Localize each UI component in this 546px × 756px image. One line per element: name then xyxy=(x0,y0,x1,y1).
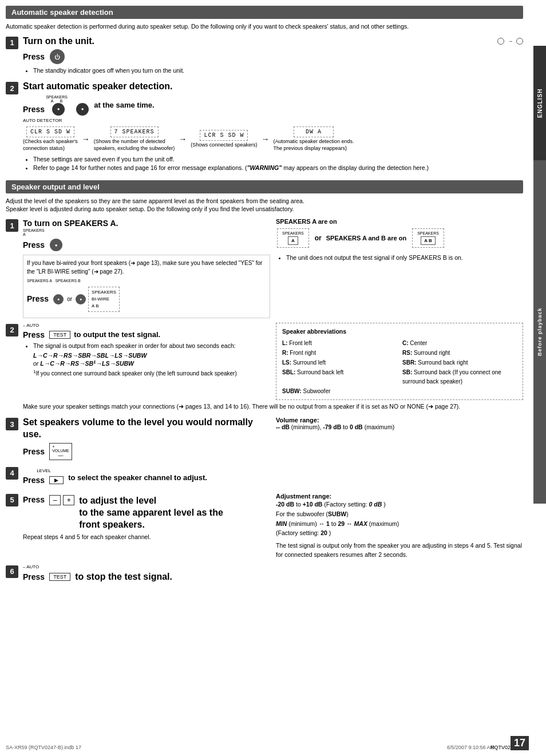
s2-step3-cols: Set speakers volume to the level you wou… xyxy=(23,417,523,462)
speakers-b-button[interactable]: ● xyxy=(76,103,89,116)
step1-press-row: Press ⏻ xyxy=(23,49,523,64)
s2-step4-title: to select the speaker channel to adjust. xyxy=(68,473,207,482)
step2-content: Start automatic speaker detection. SPEAK… xyxy=(23,81,523,175)
display-caption-2: (Shows the number of detectedspeakers, e… xyxy=(94,138,175,152)
speaker-sequence: L→C→R→RS→SBR→SBL→LS→SUBW or L→C→R→RS→SB1… xyxy=(23,352,270,367)
s2-step1-cols: To turn on SPEAKERS A. SPEAKERSA Press ●… xyxy=(23,218,523,318)
s2-step3-left: Set speakers volume to the level you wou… xyxy=(23,417,270,462)
section1-intro: Automatic speaker detection is performed… xyxy=(6,22,523,31)
s2-step2-cols: – AUTO Press TEST to output the test sig… xyxy=(23,323,523,400)
step1-row: 1 Turn on the unit. → Press ⏻ The sta xyxy=(6,35,523,77)
english-label: ENGLISH xyxy=(533,46,546,160)
speakers-a-group: SPEAKERSA B Press ● ● xyxy=(23,95,90,116)
s2-step2-right: Speaker abbreviations L: Front left C: C… xyxy=(276,323,523,400)
speakers-indicators-row: SPEAKERS A or SPEAKERS A and B are on SP… xyxy=(276,227,523,249)
step6-test-button[interactable]: TEST xyxy=(49,573,70,581)
display-box-2: 7 SPEAKERS xyxy=(110,126,159,137)
s2-step2-number: 2 xyxy=(6,324,18,337)
standby-indicator-row: → xyxy=(497,38,523,45)
bi-wire-btn-a[interactable]: ● xyxy=(53,294,64,304)
volume-minus-symbol: — xyxy=(58,453,63,458)
s2-step4-content: LEVEL Press ▶ to select the speaker chan… xyxy=(23,466,523,489)
footer-left: SA-XR59 (RQTV0247-B).indb 17 xyxy=(6,745,81,750)
step2-number: 2 xyxy=(6,82,18,94)
step2-title: Start automatic speaker detection. xyxy=(23,81,523,93)
bi-wire-note-box: If you have bi-wired your front speakers… xyxy=(23,255,270,318)
display-sequence: CLR S SD W (Checks each speaker'sconnect… xyxy=(23,126,523,152)
abbr-L: L: Front left xyxy=(282,339,397,348)
s2-step5-right: Adjustment range: -20 dB to +10 dB (Fact… xyxy=(276,493,523,560)
s2-step6-number: 6 xyxy=(6,565,18,578)
adj-range-note: The test signal is output only from the … xyxy=(276,541,523,560)
step1-bullets: The standby indicator goes off when you … xyxy=(23,66,523,75)
display-box-3: LCR S SD W xyxy=(200,130,248,141)
s2-step2-left: – AUTO Press TEST to output the test sig… xyxy=(23,323,270,400)
s2-step3-number: 3 xyxy=(6,418,18,430)
page-number: 17 xyxy=(511,736,529,750)
minus-button[interactable]: – xyxy=(49,495,61,505)
s2-step2-bullet1: The signal is output from each speaker i… xyxy=(33,342,270,350)
s2-step5-title-line2: to the same apparent level as the xyxy=(79,507,223,519)
step2-press-label: Press xyxy=(23,105,45,114)
volume-range-text: -- dB (minimum), -79 dB to 0 dB (maximum… xyxy=(276,423,523,430)
bi-wire-press-row: SPEAKERS A SPEAKERS B xyxy=(27,278,266,284)
step1-content: Turn on the unit. → Press ⏻ The standby … xyxy=(23,35,523,77)
bi-wire-label: SPEAKERSBI-WIREA B xyxy=(92,289,116,310)
s2-step1-title: To turn on SPEAKERS A. xyxy=(23,218,270,228)
s2-step1-number: 1 xyxy=(6,219,18,232)
step2-bullet1: These settings are saved even if you tur… xyxy=(33,155,523,164)
bi-wire-btn-b[interactable]: ● xyxy=(76,294,86,304)
speakers-a-on-title: SPEAKERS A are on xyxy=(276,218,523,225)
plus-button[interactable]: + xyxy=(63,495,74,505)
s2-step3-row: 3 Set speakers volume to the level you w… xyxy=(6,417,523,462)
s2-step1-press: Press ● xyxy=(23,239,270,251)
s2-step6-press-row: Press TEST to stop the test signal. xyxy=(23,572,523,582)
s2-step5-subtitle: Repeat steps 4 and 5 for each speaker ch… xyxy=(23,533,270,541)
s2-step4-row: 4 LEVEL Press ▶ to select the speaker ch… xyxy=(6,466,523,489)
arrow-2: → xyxy=(179,134,187,144)
test-auto-label: – AUTO xyxy=(23,323,270,328)
s2-step5-title-line3: front speakers. xyxy=(79,519,223,531)
s2-step5-press-row: Press – + to adjust the level to the sam… xyxy=(23,495,270,531)
display-item-1: CLR S SD W (Checks each speaker'sconnect… xyxy=(23,126,78,152)
auto-detector-label: AUTO DETECTOR xyxy=(23,118,523,123)
step1-bullet1: The standby indicator goes off when you … xyxy=(33,66,523,75)
s2-speakers-a-btn[interactable]: ● xyxy=(50,239,62,251)
step1-title: Turn on the unit. xyxy=(23,35,94,48)
display-caption-4: (Automatic speaker detection ends.The pr… xyxy=(273,138,354,152)
bi-wire-buttons-row: Press ● or ● SPEAKERSBI-WIREA B xyxy=(27,287,266,312)
surround-note: 1If you connect one surround back speake… xyxy=(23,369,270,377)
speakers-a-button[interactable]: ● xyxy=(52,103,65,116)
display-item-4: DW A (Automatic speaker detection ends.T… xyxy=(273,126,354,152)
display-box-1: CLR S SD W xyxy=(26,126,74,137)
abbr-title: Speaker abbreviations xyxy=(282,327,517,337)
s2-step6-title: to stop the test signal. xyxy=(75,572,172,582)
abbr-R: R: Front right xyxy=(282,349,397,358)
s2-step6-press-label: Press xyxy=(23,572,45,581)
step1-number: 1 xyxy=(6,37,18,49)
section-speaker-output: Speaker output and level Adjust the leve… xyxy=(6,180,540,584)
step2-bullets: These settings are saved even if you tur… xyxy=(23,155,523,172)
spk-a-box: A xyxy=(288,236,298,245)
s2-step1-right: SPEAKERS A are on SPEAKERS A or SPEAKERS… xyxy=(276,218,523,318)
level-button[interactable]: ▶ xyxy=(49,476,64,484)
spk-or-label: or xyxy=(315,234,322,242)
adj-range-details: -20 dB to +10 dB (Factory setting: 0 dB … xyxy=(276,500,523,538)
section2-header: Speaker output and level xyxy=(6,180,523,193)
volume-button[interactable]: +VOLUME — xyxy=(49,443,72,460)
abbr-SUBW: SUBW: Subwoofer xyxy=(282,387,397,396)
s2-step2-row: 2 – AUTO Press TEST to output the test s… xyxy=(6,323,523,414)
test-button[interactable]: TEST xyxy=(49,331,70,339)
s2-step4-inner-press: Press ▶ xyxy=(23,476,65,485)
display-item-3: LCR S SD W (Shows connected speakers) xyxy=(191,130,257,149)
s2-step1-right-bullets: The unit does not output the test signal… xyxy=(276,254,523,262)
section-auto-speaker-detection: Automatic speaker detection Automatic sp… xyxy=(6,6,540,175)
bi-wire-or: or xyxy=(67,295,72,303)
s2-step3-press-label: Press xyxy=(23,447,45,456)
step1-power-button[interactable]: ⏻ xyxy=(50,49,65,64)
level-btn-group: LEVEL Press ▶ xyxy=(23,468,65,487)
s2-step2-title: to output the test signal. xyxy=(74,330,160,339)
spk-ab-box: A B xyxy=(421,236,435,245)
s2-step5-cols: Press – + to adjust the level to the sam… xyxy=(23,493,523,560)
display-item-2: 7 SPEAKERS (Shows the number of detected… xyxy=(94,126,175,152)
